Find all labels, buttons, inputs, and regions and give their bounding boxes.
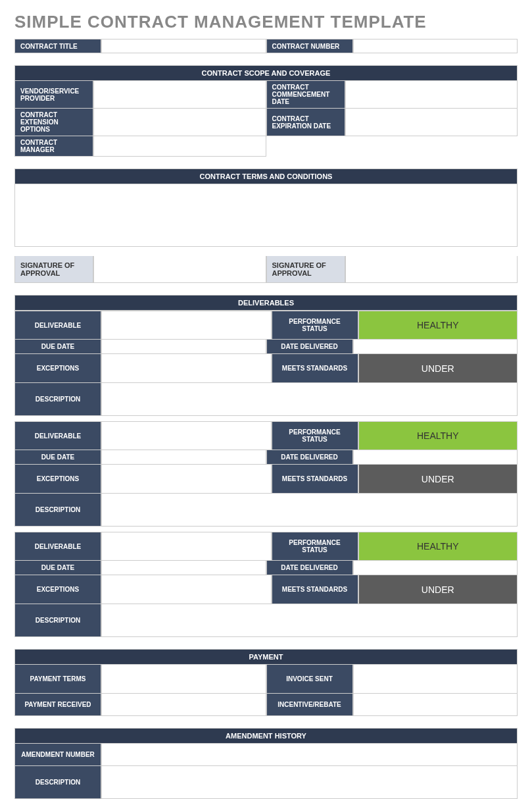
manager-value[interactable] — [93, 136, 266, 157]
payment-section: PAYMENT PAYMENT TERMS INVOICE SENT PAYME… — [14, 649, 518, 716]
perf-status-value[interactable]: HEALTHY — [358, 311, 518, 340]
terms-section: CONTRACT TERMS AND CONDITIONS SIGNATURE … — [14, 168, 518, 283]
terms-header: CONTRACT TERMS AND CONDITIONS — [14, 168, 518, 184]
deliverables-section: DELIVERABLES DELIVERABLEPERFORMANCE STAT… — [14, 295, 518, 637]
meets-standards-label: MEETS STANDARDS — [272, 354, 358, 383]
deliverables-header: DELIVERABLES — [14, 295, 518, 311]
payment-received-value[interactable] — [101, 694, 266, 716]
amendment-section: AMENDMENT HISTORY AMENDMENT NUMBER DESCR… — [14, 728, 518, 799]
payment-header: PAYMENT — [14, 649, 518, 665]
expiration-value[interactable] — [345, 109, 518, 136]
date-delivered-label: DATE DELIVERED — [266, 561, 353, 575]
payment-terms-label: PAYMENT TERMS — [14, 665, 101, 694]
due-date-value[interactable] — [101, 450, 266, 465]
payment-terms-value[interactable] — [101, 665, 266, 694]
due-date-value[interactable] — [101, 561, 266, 575]
date-delivered-value[interactable] — [353, 561, 518, 575]
amendment-header: AMENDMENT HISTORY — [14, 728, 518, 744]
contract-title-value[interactable] — [101, 39, 266, 53]
manager-label: CONTRACT MANAGER — [14, 136, 93, 157]
deliverable-value[interactable] — [101, 532, 272, 561]
extension-label: CONTRACT EXTENSION OPTIONS — [14, 109, 93, 136]
exceptions-label: EXCEPTIONS — [14, 354, 101, 383]
sig2-label: SIGNATURE OF APPROVAL — [266, 256, 345, 283]
deliverable-block: DELIVERABLEPERFORMANCE STATUSHEALTHYDUE … — [14, 421, 518, 527]
perf-status-label: PERFORMANCE STATUS — [272, 532, 358, 561]
date-delivered-label: DATE DELIVERED — [266, 450, 353, 465]
perf-status-value[interactable]: HEALTHY — [358, 421, 518, 450]
amendment-number-value[interactable] — [101, 744, 518, 766]
deliverable-label: DELIVERABLE — [14, 311, 101, 340]
description-value[interactable] — [101, 383, 518, 416]
perf-status-value[interactable]: HEALTHY — [358, 532, 518, 561]
description-value[interactable] — [101, 494, 518, 527]
deliverable-value[interactable] — [101, 421, 272, 450]
sig1-label: SIGNATURE OF APPROVAL — [14, 256, 93, 283]
incentive-label: INCENTIVE/REBATE — [266, 694, 353, 716]
invoice-value[interactable] — [353, 665, 518, 694]
deliverable-label: DELIVERABLE — [14, 532, 101, 561]
contract-number-value[interactable] — [353, 39, 518, 53]
due-date-label: DUE DATE — [14, 340, 101, 354]
meets-standards-label: MEETS STANDARDS — [272, 465, 358, 494]
vendor-label: VENDOR/SERVICE PROVIDER — [14, 81, 93, 109]
meets-standards-value[interactable]: UNDER — [358, 465, 518, 494]
expiration-label: CONTRACT EXPIRATION DATE — [266, 109, 345, 136]
meets-standards-value[interactable]: UNDER — [358, 354, 518, 383]
description-label: DESCRIPTION — [14, 383, 101, 416]
scope-section: CONTRACT SCOPE AND COVERAGE VENDOR/SERVI… — [14, 65, 518, 157]
sig2-value[interactable] — [345, 256, 518, 283]
contract-number-label: CONTRACT NUMBER — [266, 39, 353, 53]
commencement-value[interactable] — [345, 81, 518, 109]
deliverable-value[interactable] — [101, 311, 272, 340]
exceptions-label: EXCEPTIONS — [14, 575, 101, 604]
date-delivered-value[interactable] — [353, 340, 518, 354]
amendment-description-value[interactable] — [101, 766, 518, 799]
exceptions-value[interactable] — [101, 575, 272, 604]
contract-header-section: CONTRACT TITLE CONTRACT NUMBER — [14, 39, 518, 53]
scope-header: CONTRACT SCOPE AND COVERAGE — [14, 65, 518, 81]
description-value[interactable] — [101, 604, 518, 637]
date-delivered-label: DATE DELIVERED — [266, 340, 353, 354]
sig1-value[interactable] — [93, 256, 266, 283]
description-label: DESCRIPTION — [14, 494, 101, 527]
due-date-label: DUE DATE — [14, 450, 101, 465]
amendment-number-label: AMENDMENT NUMBER — [14, 744, 101, 766]
description-label: DESCRIPTION — [14, 604, 101, 637]
terms-body[interactable] — [14, 184, 518, 247]
exceptions-label: EXCEPTIONS — [14, 465, 101, 494]
exceptions-value[interactable] — [101, 354, 272, 383]
contract-title-label: CONTRACT TITLE — [14, 39, 101, 53]
meets-standards-value[interactable]: UNDER — [358, 575, 518, 604]
amendment-description-label: DESCRIPTION — [14, 766, 101, 799]
deliverable-block: DELIVERABLEPERFORMANCE STATUSHEALTHYDUE … — [14, 532, 518, 637]
perf-status-label: PERFORMANCE STATUS — [272, 421, 358, 450]
vendor-value[interactable] — [93, 81, 266, 109]
meets-standards-label: MEETS STANDARDS — [272, 575, 358, 604]
due-date-label: DUE DATE — [14, 561, 101, 575]
due-date-value[interactable] — [101, 340, 266, 354]
date-delivered-value[interactable] — [353, 450, 518, 465]
deliverable-block: DELIVERABLEPERFORMANCE STATUSHEALTHYDUE … — [14, 311, 518, 416]
payment-received-label: PAYMENT RECEIVED — [14, 694, 101, 716]
incentive-value[interactable] — [353, 694, 518, 716]
page-title: SIMPLE CONTRACT MANAGEMENT TEMPLATE — [14, 12, 518, 32]
commencement-label: CONTRACT COMMENCEMENT DATE — [266, 81, 345, 109]
exceptions-value[interactable] — [101, 465, 272, 494]
perf-status-label: PERFORMANCE STATUS — [272, 311, 358, 340]
extension-value[interactable] — [93, 109, 266, 136]
deliverable-label: DELIVERABLE — [14, 421, 101, 450]
invoice-label: INVOICE SENT — [266, 665, 353, 694]
